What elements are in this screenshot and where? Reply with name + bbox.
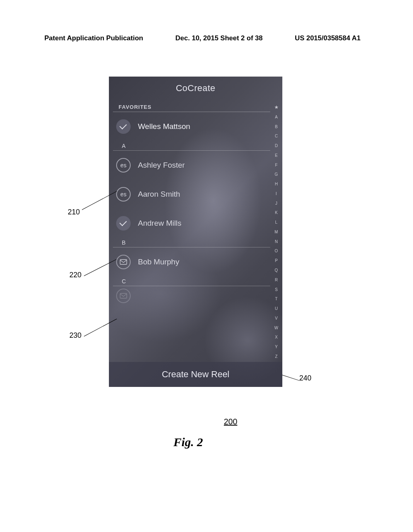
contact-name: Aaron Smith [138,190,180,199]
index-letter[interactable]: L [275,220,277,224]
index-letter[interactable]: V [275,316,278,320]
index-letter[interactable]: G [275,172,278,177]
index-star[interactable]: ★ [274,105,279,110]
index-letter[interactable]: Q [275,268,278,272]
callout-220: 220 [69,271,81,279]
index-letter[interactable]: E [275,154,278,158]
index-letter[interactable]: P [275,259,278,263]
figure-number: 200 [224,417,237,426]
index-letter[interactable]: K [275,211,278,215]
callout-line [282,375,300,381]
contact-name: Ashley Foster [138,161,185,170]
alphabet-index[interactable]: ★ A B C D E F G H I J K L M N O P Q R S … [273,105,280,359]
check-icon [116,216,131,231]
section-c-header: C [113,276,270,286]
index-letter[interactable]: Y [275,345,278,349]
figure-caption: Fig. 2 [173,435,203,449]
svg-rect-1 [120,293,127,298]
index-letter[interactable]: I [276,192,277,196]
callout-230: 230 [69,331,81,340]
contact-row[interactable]: Andrew Mills [109,209,282,238]
favorites-header: FAVORITES [113,102,270,112]
index-letter[interactable]: X [275,335,278,339]
contact-row-favorite[interactable]: Welles Mattson [109,112,282,141]
index-letter[interactable]: A [275,115,278,119]
header-right: US 2015/0358584 A1 [295,34,361,42]
contact-row-partial[interactable] [109,286,282,303]
index-letter[interactable]: R [275,278,277,282]
mail-icon [116,289,131,303]
callout-210: 210 [68,208,80,216]
contact-name: Andrew Mills [138,219,181,228]
index-letter[interactable]: U [275,307,277,311]
index-letter[interactable]: O [275,249,278,253]
es-icon: es [116,187,131,202]
bottom-button-label: Create New Reel [162,369,229,380]
index-letter[interactable]: H [275,182,277,186]
index-letter[interactable]: T [275,297,277,301]
contact-name: Bob Murphy [138,258,179,266]
mail-icon [116,255,131,269]
es-icon: es [116,158,131,172]
index-letter[interactable]: S [275,288,278,292]
check-icon [116,119,131,134]
contact-row[interactable]: es Aaron Smith [109,180,282,209]
contact-name: Welles Mattson [138,122,190,131]
index-letter[interactable]: M [275,230,278,234]
index-letter[interactable]: W [274,326,278,330]
index-letter[interactable]: C [275,134,277,138]
header-center: Dec. 10, 2015 Sheet 2 of 38 [175,34,263,42]
app-title: CoCreate [109,77,282,102]
section-b-header: B [113,238,270,247]
page-header: Patent Application Publication Dec. 10, … [44,34,361,42]
svg-rect-0 [120,260,127,264]
index-letter[interactable]: J [275,202,277,206]
contact-row[interactable]: Bob Murphy [109,247,282,276]
callout-240: 240 [299,374,311,382]
index-letter[interactable]: Z [275,355,277,359]
index-letter[interactable]: F [275,163,277,167]
phone-screen: CoCreate FAVORITES Welles Mattson A es A… [109,77,282,387]
create-new-reel-button[interactable]: Create New Reel [109,362,282,387]
index-letter[interactable]: B [275,125,278,129]
index-letter[interactable]: D [275,144,277,148]
section-a-header: A [113,141,270,151]
contact-row[interactable]: es Ashley Foster [109,151,282,180]
index-letter[interactable]: N [275,240,277,244]
header-left: Patent Application Publication [44,34,143,42]
